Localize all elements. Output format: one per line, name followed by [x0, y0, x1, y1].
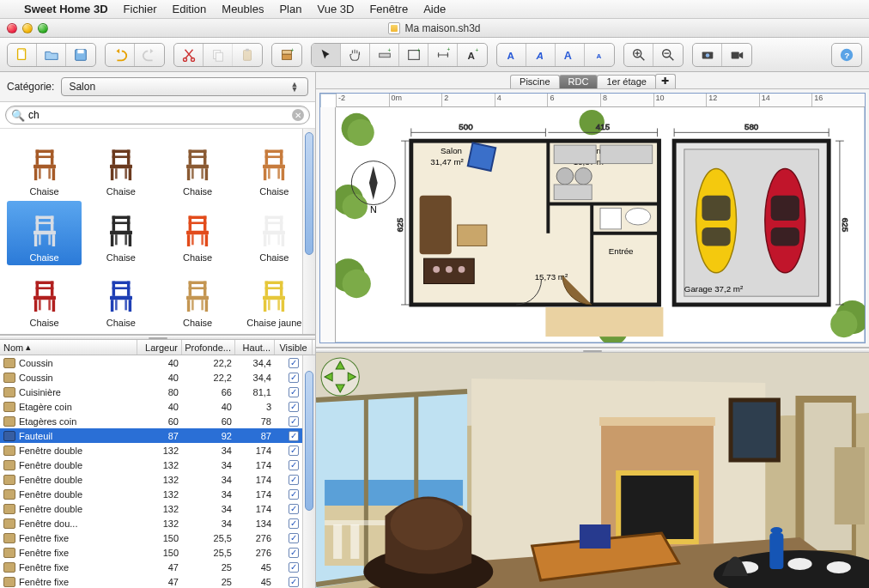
plan-view[interactable]: -20m246810121416: [319, 93, 866, 343]
select-tool[interactable]: [312, 44, 341, 66]
catalog-item[interactable]: Chaise: [7, 201, 82, 264]
catalog-item[interactable]: Chaise: [83, 136, 158, 199]
svg-text:+: +: [291, 47, 295, 53]
catalog-item-label: Chaise: [106, 252, 136, 263]
table-row[interactable]: Coussin 4022,234,4 ✓: [0, 370, 315, 385]
table-row[interactable]: Fenêtre fixe 472545 ✓: [0, 560, 315, 574]
table-row[interactable]: Fenêtre double 13234174 ✓: [0, 443, 315, 458]
table-row[interactable]: Fenêtre double 13234174 ✓: [0, 501, 315, 516]
menu-fichier[interactable]: Fichier: [124, 3, 157, 15]
catalog-item[interactable]: Chaise: [83, 267, 158, 330]
catalog-item[interactable]: Chaise: [7, 267, 82, 330]
copy-button[interactable]: [204, 44, 233, 66]
menu-plan[interactable]: Plan: [279, 3, 301, 15]
video-button[interactable]: [722, 44, 751, 66]
add-level-button[interactable]: ✚: [655, 74, 676, 88]
help-button[interactable]: ?: [832, 44, 861, 66]
zoom-out-button[interactable]: [653, 44, 683, 66]
menu-fenetre[interactable]: Fenêtre: [369, 3, 408, 15]
visible-checkbox[interactable]: ✓: [289, 562, 299, 573]
furniture-catalog[interactable]: Chaise Chaise Chaise Chaise: [0, 129, 315, 335]
col-name[interactable]: Nom ▴: [0, 340, 137, 355]
dimension-tool[interactable]: +: [428, 44, 458, 66]
col-width[interactable]: Largeur: [137, 340, 182, 355]
undo-button[interactable]: [106, 44, 135, 66]
visible-checkbox[interactable]: ✓: [289, 548, 299, 558]
visible-checkbox[interactable]: ✓: [289, 416, 299, 427]
table-row[interactable]: Cuisinière 806681,1 ✓: [0, 385, 315, 399]
list-scrollbar[interactable]: [302, 355, 315, 588]
catalog-item[interactable]: Chaise: [7, 136, 82, 199]
catalog-item[interactable]: Chaise: [161, 136, 235, 199]
visible-checkbox[interactable]: ✓: [289, 489, 299, 500]
col-visible[interactable]: Visible: [275, 340, 313, 355]
visible-checkbox[interactable]: ✓: [289, 504, 299, 514]
save-button[interactable]: [66, 44, 95, 66]
category-select[interactable]: Salon ▲▼: [61, 77, 308, 96]
catalog-item[interactable]: Chaise: [161, 201, 235, 264]
furniture-list[interactable]: Coussin 4022,234,4 ✓Coussin 4022,234,4 ✓…: [0, 355, 315, 588]
catalog-item[interactable]: Chaise: [237, 136, 312, 199]
catalog-item[interactable]: Chaise: [83, 201, 158, 264]
3d-view[interactable]: [316, 353, 869, 588]
catalog-item[interactable]: Chaise: [161, 267, 235, 330]
table-row[interactable]: Fenêtre fixe 15025,5276 ✓: [0, 545, 315, 560]
text-size-down[interactable]: A: [585, 44, 614, 66]
text-tool[interactable]: A+: [458, 44, 487, 66]
pan-tool[interactable]: [341, 44, 370, 66]
table-row[interactable]: Fenêtre double 13234174 ✓: [0, 458, 315, 472]
table-row[interactable]: Fenêtre double 13234174 ✓: [0, 472, 315, 487]
menu-meubles[interactable]: Meubles: [222, 3, 264, 15]
col-height[interactable]: Haut...: [235, 340, 275, 355]
visible-checkbox[interactable]: ✓: [289, 460, 299, 470]
visible-checkbox[interactable]: ✓: [289, 475, 299, 485]
visible-checkbox[interactable]: ✓: [289, 373, 299, 383]
zoom-in-button[interactable]: [624, 44, 653, 66]
table-row[interactable]: Coussin 4022,234,4 ✓: [0, 355, 315, 370]
new-button[interactable]: [8, 44, 37, 66]
open-button[interactable]: [37, 44, 66, 66]
table-row[interactable]: Fenêtre fixe 15025,5276 ✓: [0, 530, 315, 545]
visible-checkbox[interactable]: ✓: [289, 533, 299, 543]
cut-button[interactable]: [174, 44, 204, 66]
table-row[interactable]: Etagère coin 40403 ✓: [0, 399, 315, 414]
text-italic[interactable]: A: [526, 44, 556, 66]
visible-checkbox[interactable]: ✓: [289, 431, 299, 441]
visible-checkbox[interactable]: ✓: [289, 402, 299, 412]
tab-rdc[interactable]: RDC: [559, 75, 599, 88]
table-row[interactable]: Fenêtre dou... 13234134 ✓: [0, 516, 315, 530]
app-name[interactable]: Sweet Home 3D: [24, 3, 108, 15]
catalog-scrollbar[interactable]: [302, 129, 315, 334]
floor-plan[interactable]: N 500 415 580 625: [336, 107, 865, 342]
tab-1er-etage[interactable]: 1er étage: [597, 75, 655, 88]
wall-tool[interactable]: +: [370, 44, 399, 66]
catalog-item[interactable]: Chaise: [237, 201, 312, 264]
clear-search-button[interactable]: ✕: [292, 109, 304, 121]
search-input[interactable]: 🔍 ✕: [5, 106, 310, 124]
visible-checkbox[interactable]: ✓: [289, 358, 299, 368]
catalog-item[interactable]: Chaise jaune: [237, 267, 312, 330]
visible-checkbox[interactable]: ✓: [289, 387, 299, 397]
visible-checkbox[interactable]: ✓: [289, 446, 299, 456]
search-field[interactable]: [28, 109, 289, 121]
room-tool[interactable]: +: [399, 44, 428, 66]
photo-button[interactable]: [693, 44, 722, 66]
paste-button[interactable]: [233, 44, 262, 66]
col-depth[interactable]: Profonde...: [182, 340, 235, 355]
menu-edition[interactable]: Edition: [173, 3, 207, 15]
left-splitter[interactable]: [0, 335, 315, 340]
table-row[interactable]: Fauteuil 879287 ✓: [0, 428, 315, 443]
menu-vue3d[interactable]: Vue 3D: [317, 3, 354, 15]
redo-button[interactable]: [135, 44, 164, 66]
svg-point-139: [347, 119, 374, 146]
add-furniture-button[interactable]: +: [272, 44, 301, 66]
text-bold[interactable]: A: [497, 44, 526, 66]
tab-piscine[interactable]: Piscine: [510, 75, 559, 88]
menu-aide[interactable]: Aide: [423, 3, 446, 15]
table-row[interactable]: Fenêtre double 13234174 ✓: [0, 487, 315, 501]
text-size-up[interactable]: A: [556, 44, 585, 66]
visible-checkbox[interactable]: ✓: [289, 518, 299, 529]
table-row[interactable]: Fenêtre fixe 472545 ✓: [0, 574, 315, 588]
table-row[interactable]: Etagères coin 606078 ✓: [0, 414, 315, 428]
visible-checkbox[interactable]: ✓: [289, 577, 299, 587]
